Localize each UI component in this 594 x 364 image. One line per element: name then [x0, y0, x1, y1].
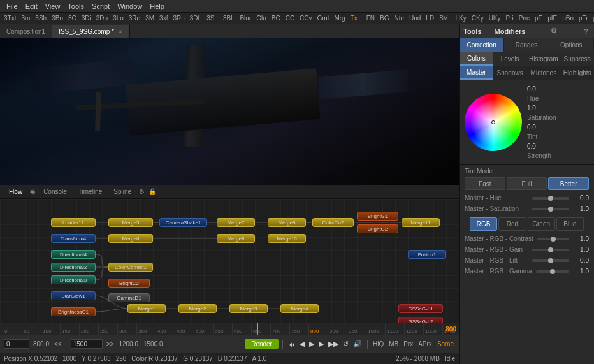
flow-tab-timeline[interactable]: Timeline [73, 187, 107, 196]
correction-tab[interactable]: Correction [460, 38, 504, 52]
some-button[interactable]: Some [436, 340, 455, 347]
tint-better-btn[interactable]: Better [548, 177, 589, 190]
tool-tab-cky[interactable]: CKy [469, 13, 486, 24]
flow-lock-icon[interactable]: 🔒 [148, 188, 156, 195]
node-n19[interactable]: ColorCo2 [312, 218, 354, 227]
node-n33[interactable]: Merge4 [280, 304, 319, 313]
node-n17[interactable]: Merge9 [268, 218, 306, 227]
node-n15[interactable]: BrightC2 [108, 279, 150, 288]
tool-tab-3xf[interactable]: 3xf [157, 13, 170, 24]
aprx-button[interactable]: APrx [417, 340, 433, 347]
tool-tab-nte[interactable]: Nte [391, 13, 407, 24]
flow-tab-flow[interactable]: Flow [4, 187, 27, 196]
tool-tab-cc[interactable]: CC [283, 13, 297, 24]
rgb-gamma-handle[interactable] [550, 269, 555, 274]
menu-script[interactable]: Script [88, 3, 113, 10]
prx-button[interactable]: Prx [402, 340, 414, 347]
tool-tab-und[interactable]: Und [407, 13, 423, 24]
tool-tab-pe[interactable]: pE [532, 13, 545, 24]
render-button[interactable]: Render [245, 339, 279, 349]
node-n34[interactable]: GSSaG-L1 [398, 304, 443, 313]
settings-icon[interactable]: ⚙ [549, 27, 559, 35]
node-n12[interactable]: ColorCorrect1 [108, 263, 153, 272]
tool-tab-tx[interactable]: Tx+ [348, 13, 364, 24]
tool-tab-3txt[interactable]: 3Txt [1, 13, 18, 24]
tool-tab-3sl[interactable]: 3SL [204, 13, 221, 24]
color-wheel-dot[interactable] [491, 120, 495, 124]
tool-tab-3di[interactable]: 3Di [79, 13, 94, 24]
highlights-tab[interactable]: Highlights [560, 66, 594, 80]
node-n2[interactable]: Transform4 [51, 234, 96, 243]
tool-tab-fn[interactable]: FN [364, 13, 377, 24]
tool-tab-bg[interactable]: BG [377, 13, 391, 24]
play-fwd[interactable]: ▶▶ [327, 340, 340, 348]
master-sat-track[interactable] [532, 208, 569, 210]
tool-tab-pbn[interactable]: pBn [560, 13, 576, 24]
start-frame-input[interactable] [4, 339, 29, 349]
tool-tab-3sh[interactable]: 3Sh [33, 13, 49, 24]
flow-settings-icon[interactable]: ⚙ [139, 188, 145, 195]
tool-tab-3do[interactable]: 3Do [94, 13, 110, 24]
options-tab[interactable]: Options [549, 38, 594, 52]
master-tab[interactable]: Master [460, 66, 493, 80]
mb-button[interactable]: MB [388, 340, 400, 347]
node-n9[interactable]: Merge5 [108, 218, 153, 227]
menu-view[interactable]: View [41, 3, 64, 10]
ch-tab-blue[interactable]: Blue [556, 217, 584, 231]
midtones-tab[interactable]: Midtones [527, 66, 561, 80]
menu-window[interactable]: Window [113, 3, 146, 10]
node-n6[interactable]: StarGlow1 [51, 291, 96, 300]
levels-tab[interactable]: Levels [493, 52, 527, 66]
node-n20[interactable]: BrightG1 [357, 212, 398, 221]
menu-edit[interactable]: Edit [22, 3, 41, 10]
tool-tab-3re[interactable]: 3Re [126, 13, 143, 24]
tool-tab-glo[interactable]: Glo [254, 13, 269, 24]
rgb-lift-handle[interactable] [548, 258, 553, 263]
tool-tab-blur[interactable]: Blur [237, 13, 254, 24]
rgb-gamma-track[interactable] [536, 270, 569, 273]
tool-tab-prn[interactable]: pRn [591, 13, 594, 24]
node-n35[interactable]: GSSaG-L2 [398, 317, 443, 323]
tool-tab-lky[interactable]: LKy [453, 13, 469, 24]
tool-tab-3bl[interactable]: 3Bl [221, 13, 235, 24]
node-n7[interactable]: BrightnessC1 [51, 307, 96, 316]
node-n11[interactable]: CameraShake1 [159, 218, 207, 227]
color-wheel[interactable] [465, 94, 522, 151]
question-icon[interactable]: ? [582, 27, 590, 35]
tool-tab-uky[interactable]: UKy [486, 13, 503, 24]
node-n13[interactable]: Merge7 [217, 218, 255, 227]
tool-tab-3m2[interactable]: 3M [143, 13, 157, 24]
comp-tab-iss[interactable]: ISS_5_9SG.comp * ✕ [52, 25, 130, 38]
tool-tab-gmt[interactable]: Gmt [315, 13, 332, 24]
node-n4[interactable]: Directional2 [51, 263, 96, 272]
tool-tab-3bn[interactable]: 3Bn [49, 13, 66, 24]
flow-tab-console[interactable]: Console [38, 187, 72, 196]
hiq-button[interactable]: HiQ [372, 340, 385, 347]
prev-frame[interactable]: ◀ [298, 340, 306, 348]
modifiers-tab-label[interactable]: Modifiers [495, 27, 526, 35]
ch-tab-rgb[interactable]: RGB [470, 217, 497, 231]
node-n5[interactable]: Directional3 [51, 275, 96, 284]
suppress-tab[interactable]: Suppress [560, 52, 594, 66]
master-sat-handle[interactable] [548, 207, 553, 212]
master-hue-track[interactable] [532, 197, 569, 200]
histogram-tab[interactable]: Histogram [527, 52, 561, 66]
tool-tab-ld[interactable]: LD [423, 13, 437, 24]
ch-tab-green[interactable]: Green [528, 217, 555, 231]
tool-tab-bc[interactable]: BC [269, 13, 283, 24]
shadows-tab[interactable]: Shadows [493, 66, 527, 80]
rgb-lift-track[interactable] [532, 259, 569, 262]
comp-tab-composition1[interactable]: Composition1 [0, 25, 52, 38]
tool-tab-3rn[interactable]: 3Rn [170, 13, 187, 24]
tool-tab-pnc[interactable]: Pnc [516, 13, 532, 24]
shift-left[interactable]: << [53, 340, 63, 347]
controls-scroll[interactable]: 0.0 Hue 1.0 Saturation 0.0 Tin [460, 80, 594, 364]
node-graph[interactable]: Loader11Transform4Directional4Directiona… [0, 199, 459, 323]
tint-fast-btn[interactable]: Fast [465, 177, 505, 190]
tool-tab-3c[interactable]: 3C [66, 13, 79, 24]
tools-tab-label[interactable]: Tools [463, 27, 482, 35]
ch-tab-red[interactable]: Red [498, 217, 526, 231]
tool-tab-pri[interactable]: Pri [503, 13, 516, 24]
loop-button[interactable]: ↺ [342, 340, 350, 348]
node-n16[interactable]: GammaD1 [108, 293, 150, 302]
